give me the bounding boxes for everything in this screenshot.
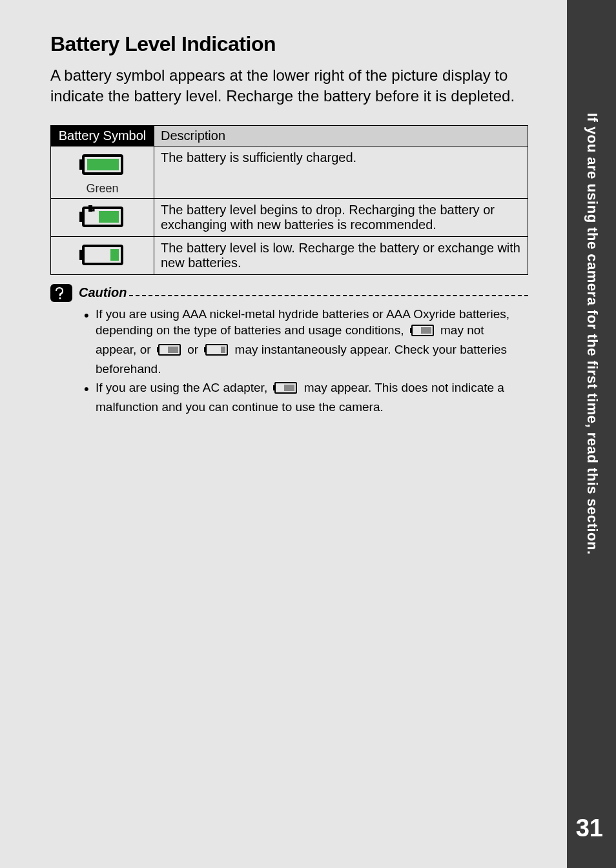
svg-rect-12 bbox=[421, 327, 431, 334]
intro-paragraph: A battery symbol appears at the lower ri… bbox=[50, 65, 528, 107]
svg-rect-7 bbox=[79, 250, 83, 260]
caution-header: Caution bbox=[50, 284, 528, 302]
svg-rect-17 bbox=[204, 347, 206, 352]
caution-icon bbox=[50, 284, 72, 302]
desc-cell: The battery level is low. Recharge the b… bbox=[154, 236, 528, 274]
page-content: Battery Level Indication A battery symbo… bbox=[0, 0, 567, 868]
battery-inline-low-icon bbox=[204, 343, 229, 361]
battery-low-icon bbox=[79, 242, 126, 271]
svg-rect-5 bbox=[99, 211, 119, 223]
caution-dashes bbox=[129, 295, 528, 296]
page-title: Battery Level Indication bbox=[50, 32, 528, 56]
battery-inline-mid-icon bbox=[410, 324, 435, 341]
svg-rect-21 bbox=[284, 385, 294, 391]
bullet-text: or bbox=[187, 343, 201, 356]
symbol-cell-full: Green bbox=[51, 146, 154, 198]
svg-rect-4 bbox=[79, 212, 83, 222]
side-tab: If you are using the camera for the firs… bbox=[567, 0, 616, 868]
battery-mid-icon bbox=[79, 204, 126, 233]
content-area: Battery Level Indication A battery symbo… bbox=[0, 0, 567, 416]
svg-rect-18 bbox=[221, 347, 225, 353]
battery-table: Battery Symbol Description Green The bat… bbox=[50, 125, 528, 275]
table-header-row: Battery Symbol Description bbox=[51, 125, 528, 146]
col-header-description: Description bbox=[154, 125, 528, 146]
col-header-symbol: Battery Symbol bbox=[51, 125, 154, 146]
table-row: Green The battery is sufficiently charge… bbox=[51, 146, 528, 198]
page-number: 31 bbox=[576, 814, 603, 842]
battery-full-icon bbox=[79, 152, 126, 181]
battery-inline-mid-icon bbox=[273, 381, 298, 399]
table-row: The battery level is low. Recharge the b… bbox=[51, 236, 528, 274]
caution-bullets: If you are using AAA nickel-metal hydrid… bbox=[50, 306, 528, 416]
side-tab-text: If you are using the camera for the firs… bbox=[584, 113, 601, 555]
svg-rect-14 bbox=[157, 347, 159, 352]
svg-rect-11 bbox=[410, 328, 412, 333]
bullet-text: If you are using the AC adapter, bbox=[96, 381, 271, 394]
caution-label: Caution bbox=[79, 285, 127, 300]
desc-cell: The battery level begins to drop. Rechar… bbox=[154, 198, 528, 236]
symbol-label-green: Green bbox=[54, 182, 151, 196]
table-row: The battery level begins to drop. Rechar… bbox=[51, 198, 528, 236]
symbol-cell-low bbox=[51, 236, 154, 274]
battery-inline-mid-icon bbox=[157, 343, 181, 361]
desc-cell: The battery is sufficiently charged. bbox=[154, 146, 528, 198]
svg-point-9 bbox=[59, 297, 61, 299]
symbol-cell-mid bbox=[51, 198, 154, 236]
svg-rect-1 bbox=[79, 159, 83, 170]
svg-rect-8 bbox=[110, 249, 119, 261]
svg-rect-2 bbox=[87, 159, 119, 170]
svg-rect-20 bbox=[273, 385, 275, 390]
list-item: If you are using AAA nickel-metal hydrid… bbox=[96, 306, 528, 378]
svg-rect-15 bbox=[168, 347, 178, 353]
list-item: If you are using the AC adapter, may app… bbox=[96, 379, 528, 415]
